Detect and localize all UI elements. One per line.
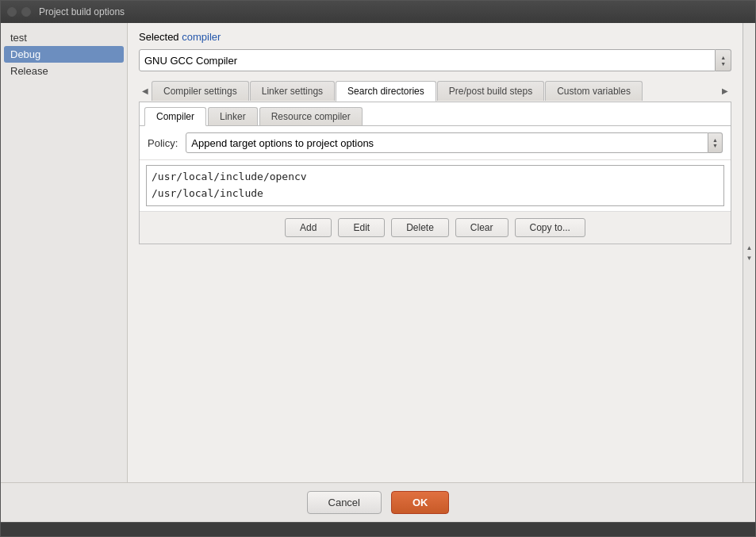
sidebar: test Debug Release: [1, 23, 128, 482]
tab-linker-settings[interactable]: Linker settings: [250, 81, 335, 101]
tabs-list: Compiler settings Linker settings Search…: [152, 81, 719, 101]
policy-spinner[interactable]: ▲ ▼: [708, 132, 723, 153]
tabs-container: ◀ Compiler settings Linker settings Sear…: [139, 79, 731, 102]
policy-row: Policy: Append target options to project…: [140, 126, 731, 160]
compiler-spinner[interactable]: ▲ ▼: [716, 49, 731, 71]
inner-tab-linker[interactable]: Linker: [208, 107, 258, 125]
content-area: test Debug Release Selected compiler GNU…: [1, 23, 755, 482]
down-arrow-icon: ▼: [720, 61, 726, 67]
policy-label: Policy:: [148, 137, 178, 149]
dir-entry-1: /usr/local/include: [150, 186, 720, 202]
sidebar-item-debug[interactable]: Debug: [4, 46, 124, 63]
scroll-down-icon[interactable]: ▼: [745, 253, 754, 263]
tabs-wrapper: ◀ Compiler settings Linker settings Sear…: [139, 79, 731, 244]
edit-button[interactable]: Edit: [338, 218, 385, 237]
sidebar-item-test[interactable]: test: [4, 29, 124, 46]
status-bar: [1, 522, 755, 536]
tab-panel-body: Compiler Linker Resource compiler Policy…: [139, 102, 731, 244]
clear-button[interactable]: Clear: [455, 218, 508, 237]
up-arrow-icon: ▲: [720, 55, 726, 60]
inner-tab-compiler[interactable]: Compiler: [144, 107, 206, 126]
tab-compiler-settings[interactable]: Compiler settings: [152, 81, 249, 101]
compiler-select-row: GNU GCC Compiler ▲ ▼: [139, 49, 731, 71]
cancel-button[interactable]: Cancel: [307, 491, 382, 514]
directories-list[interactable]: /usr/local/include/opencv /usr/local/inc…: [146, 165, 724, 206]
tab-scroll-left[interactable]: ◀: [139, 79, 152, 102]
delete-button[interactable]: Delete: [391, 218, 449, 237]
compiler-label-row: Selected compiler: [139, 31, 731, 43]
window: Project build options test Debug Release…: [0, 0, 756, 537]
dir-entry-0: /usr/local/include/opencv: [150, 169, 720, 186]
policy-select-wrap: Append target options to project options…: [186, 132, 723, 153]
scroll-up-icon[interactable]: ▲: [745, 243, 754, 253]
ok-button[interactable]: OK: [391, 491, 450, 514]
window-minimize-btn[interactable]: [21, 7, 31, 17]
add-button[interactable]: Add: [285, 218, 332, 237]
inner-tabs-container: Compiler Linker Resource compiler: [140, 102, 731, 126]
policy-select[interactable]: Append target options to project options: [186, 132, 708, 153]
action-buttons: Add Edit Delete Clear Copy to...: [140, 211, 731, 244]
policy-up-arrow: ▲: [712, 137, 718, 143]
tab-pre-post-build[interactable]: Pre/post build steps: [437, 81, 544, 101]
window-close-btn[interactable]: [7, 7, 17, 17]
compiler-select[interactable]: GNU GCC Compiler: [139, 49, 716, 71]
window-title: Project build options: [39, 6, 125, 17]
titlebar: Project build options: [1, 1, 755, 23]
dialog-footer: Cancel OK: [1, 482, 755, 522]
policy-down-arrow: ▼: [712, 143, 718, 148]
sidebar-item-release[interactable]: Release: [4, 63, 124, 79]
selected-label: Selected: [139, 31, 179, 43]
compiler-colored-label: compiler: [182, 31, 221, 43]
right-scrollbar[interactable]: ▲ ▼: [743, 23, 755, 482]
copy-to-button[interactable]: Copy to...: [515, 218, 585, 237]
tab-scroll-right[interactable]: ▶: [719, 79, 731, 102]
tab-search-directories[interactable]: Search directories: [336, 81, 436, 102]
tab-custom-variables[interactable]: Custom variables: [545, 81, 643, 101]
inner-tab-resource-compiler[interactable]: Resource compiler: [259, 107, 363, 125]
main-panel: Selected compiler GNU GCC Compiler ▲ ▼ ◀: [128, 23, 743, 482]
